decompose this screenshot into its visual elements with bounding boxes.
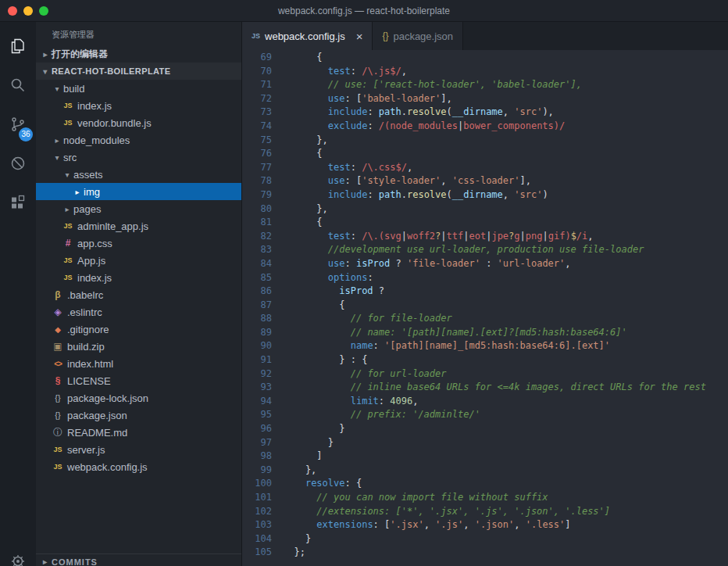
project-root-section[interactable]: ▾ REACT-HOT-BOILERPLATE	[36, 63, 241, 80]
manage-button[interactable]	[0, 552, 36, 566]
line-number: 90	[242, 339, 283, 353]
code-line[interactable]: 85 options:	[242, 271, 728, 285]
code-line[interactable]: 71 // use: ['react-hot-loader', 'babel-l…	[242, 78, 728, 92]
tab-package-json[interactable]: {}package.json	[373, 22, 463, 50]
code-line[interactable]: 103 extensions: ['.jsx', '.js', '.json',…	[242, 518, 728, 532]
code-line[interactable]: 81 {	[242, 216, 728, 230]
code-line[interactable]: 102 //extensions: ['*', '.jsx', '.js', '…	[242, 505, 728, 519]
line-number: 79	[242, 188, 283, 202]
tab-webpack-config-js[interactable]: JSwebpack.config.js×	[242, 22, 373, 50]
tree-item-eslintrc[interactable]: ◈.eslintrc	[36, 303, 241, 321]
code-line[interactable]: 69 {	[242, 51, 728, 65]
commits-section[interactable]: ▸ COMMITS	[36, 553, 241, 566]
code-line[interactable]: 91 } : {	[242, 353, 728, 367]
code-line[interactable]: 100 resolve: {	[242, 477, 728, 491]
code-line[interactable]: 104 }	[242, 532, 728, 546]
code-line[interactable]: 90 name: '[path][name]_[md5:hash:base64:…	[242, 339, 728, 353]
window-title: webpack.config.js — react-hot-boilerplat…	[0, 5, 728, 16]
code-line[interactable]: 95 // prefix: '/adminlte/'	[242, 408, 728, 422]
tree-item-app-js[interactable]: JSApp.js	[36, 252, 241, 269]
code-line[interactable]: 72 use: ['babel-loader'],	[242, 92, 728, 106]
code-line[interactable]: 78 use: ['style-loader', 'css-loader'],	[242, 174, 728, 188]
search-icon	[9, 76, 27, 95]
open-editors-section[interactable]: ▸ 打开的编辑器	[36, 45, 241, 63]
code-line[interactable]: 92 // for url-loader	[242, 367, 728, 382]
code-line[interactable]: 80 },	[242, 202, 728, 217]
tree-item-build[interactable]: ▾build	[36, 80, 241, 97]
tree-item-adminlte-app-js[interactable]: JSadminlte_app.js	[36, 217, 241, 235]
tree-item-babelrc[interactable]: β.babelrc	[36, 286, 241, 303]
code-line[interactable]: 70 test: /\.js$/,	[242, 65, 728, 79]
code-line[interactable]: 84 use: isProd ? 'file-loader' : 'url-lo…	[242, 257, 728, 271]
debug-activity-button[interactable]	[0, 144, 36, 183]
tree-item-app-css[interactable]: #app.css	[36, 235, 241, 252]
line-number: 100	[242, 477, 283, 491]
line-number: 82	[242, 230, 283, 244]
code-editor[interactable]: 69 {70 test: /\.js$/,71 // use: ['react-…	[242, 50, 728, 566]
code-line[interactable]: 96 }	[242, 422, 728, 436]
chevron-down-icon: ▾	[51, 84, 63, 93]
code-line[interactable]: 105 };	[242, 546, 728, 560]
css-file-icon: #	[61, 238, 75, 249]
tree-item-label: webpack.config.js	[67, 461, 148, 473]
code-text: use: ['babel-loader'],	[283, 92, 452, 106]
tree-item-src[interactable]: ▾src	[36, 149, 241, 166]
json-file-icon: {}	[51, 410, 65, 420]
tree-item-index-js[interactable]: JSindex.js	[36, 97, 241, 114]
code-line[interactable]: 73 include: path.resolve(__dirname, 'src…	[242, 106, 728, 120]
tree-item-server-js[interactable]: JSserver.js	[36, 441, 241, 458]
code-line[interactable]: 97 }	[242, 436, 728, 450]
tree-item-package-json[interactable]: {}package.json	[36, 407, 241, 424]
code-line[interactable]: 98 ]	[242, 450, 728, 464]
tree-item-img[interactable]: ▸img	[36, 183, 241, 200]
tree-item-package-lock-json[interactable]: {}package-lock.json	[36, 389, 241, 407]
tree-item-label: App.js	[77, 255, 105, 267]
line-number: 84	[242, 257, 283, 271]
code-line[interactable]: 87 {	[242, 299, 728, 313]
tree-item-webpack-config-js[interactable]: JSwebpack.config.js	[36, 458, 241, 475]
code-line[interactable]: 88 // for file-loader	[242, 312, 728, 326]
code-line[interactable]: 79 include: path.resolve(__dirname, 'src…	[242, 188, 728, 202]
tree-item-gitignore[interactable]: ◆.gitignore	[36, 321, 241, 338]
line-number: 102	[242, 505, 283, 519]
code-text: // you can now import file without suffi…	[283, 491, 548, 505]
activity-bar: 36	[0, 22, 36, 566]
source-control-activity-button[interactable]: 36	[0, 105, 36, 144]
tree-item-label: build	[63, 83, 84, 95]
line-number: 81	[242, 216, 283, 230]
tree-item-index-js[interactable]: JSindex.js	[36, 269, 241, 286]
search-activity-button[interactable]	[0, 66, 36, 105]
explorer-activity-button[interactable]	[0, 27, 36, 66]
tree-item-license[interactable]: §LICENSE	[36, 372, 241, 389]
json-file-icon: {}	[51, 393, 65, 403]
code-line[interactable]: 75 },	[242, 134, 728, 148]
code-line[interactable]: 101 // you can now import file without s…	[242, 491, 728, 505]
code-line[interactable]: 93 // inline base64 URLs for <=4k images…	[242, 381, 728, 395]
tree-item-assets[interactable]: ▾assets	[36, 166, 241, 183]
tree-item-build-zip[interactable]: ▣build.zip	[36, 338, 241, 355]
code-text: }	[283, 532, 311, 546]
tree-item-vendor-bundle-js[interactable]: JSvendor.bundle.js	[36, 114, 241, 131]
line-number: 80	[242, 202, 283, 217]
minimize-window-button[interactable]	[23, 6, 33, 16]
tree-item-label: package.json	[67, 410, 127, 421]
tree-item-index-html[interactable]: <>index.html	[36, 355, 241, 372]
code-text: //extensions: ['*', '.jsx', '.js', '.jso…	[283, 505, 610, 519]
code-line[interactable]: 99 },	[242, 464, 728, 478]
code-line[interactable]: 82 test: /\.(svg|woff2?|ttf|eot|jpe?g|pn…	[242, 230, 728, 244]
code-line[interactable]: 86 isProd ?	[242, 285, 728, 299]
tab-close-icon[interactable]: ×	[356, 30, 363, 42]
code-line[interactable]: 89 // name: '[path][name].[ext]?[md5:has…	[242, 326, 728, 340]
tree-item-readme-md[interactable]: ⓘREADME.md	[36, 424, 241, 441]
code-text: // for file-loader	[283, 312, 452, 326]
code-line[interactable]: 74 exclude: /(node_modules|bower_compone…	[242, 120, 728, 134]
extensions-activity-button[interactable]	[0, 183, 36, 222]
tree-item-node-modules[interactable]: ▸node_modules	[36, 131, 241, 149]
code-line[interactable]: 76 {	[242, 147, 728, 161]
code-line[interactable]: 77 test: /\.css$/,	[242, 161, 728, 175]
tree-item-pages[interactable]: ▸pages	[36, 200, 241, 217]
zoom-window-button[interactable]	[39, 6, 48, 16]
code-line[interactable]: 94 limit: 4096,	[242, 395, 728, 409]
code-line[interactable]: 83 //development use url-loader, product…	[242, 243, 728, 257]
close-window-button[interactable]	[8, 6, 17, 16]
